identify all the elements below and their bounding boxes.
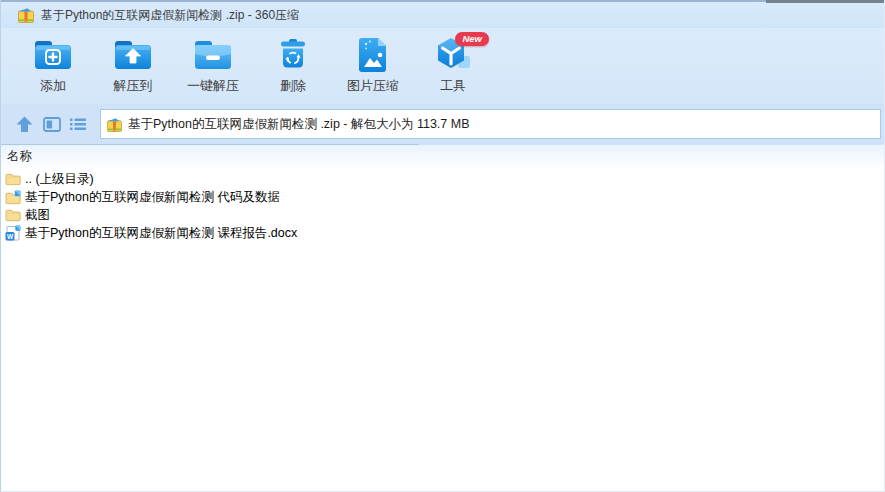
window-title: 基于Python的互联网虚假新闻检测 .zip - 360压缩 [41, 7, 299, 24]
file-row-report-docx[interactable]: W 基于Python的互联网虚假新闻检测 课程报告.docx [1, 224, 884, 242]
column-header-name[interactable]: 名称 [1, 144, 884, 168]
up-arrow-icon[interactable] [15, 116, 34, 133]
360zip-window: 基于Python的互联网虚假新闻检测 .zip - 360压缩 添加 [0, 0, 885, 492]
image-compress-button[interactable]: 图片压缩 [334, 31, 412, 99]
archive-app-icon [18, 7, 34, 23]
tools-button[interactable]: New 工具 [414, 31, 492, 99]
delete-button[interactable]: 删除 [254, 31, 332, 99]
list-view-icon[interactable] [70, 118, 86, 131]
column-header-label: 名称 [7, 148, 32, 165]
folder-icon [4, 172, 22, 186]
file-name: 截图 [25, 207, 50, 224]
file-row-parent-dir[interactable]: .. (上级目录) [1, 170, 884, 188]
one-click-extract-folder-icon [190, 31, 236, 78]
file-name: .. (上级目录) [25, 171, 94, 188]
delete-trash-icon [270, 31, 316, 78]
new-badge: New [455, 32, 489, 46]
toolbar-button-label: 图片压缩 [347, 78, 399, 93]
folder-icon [4, 208, 22, 222]
toolbar-button-label: 添加 [40, 78, 66, 93]
add-button[interactable]: 添加 [14, 31, 92, 99]
file-row-screenshots-folder[interactable]: 截图 [1, 206, 884, 224]
window-top-border [1, 0, 884, 2]
file-name: 基于Python的互联网虚假新闻检测 课程报告.docx [25, 225, 297, 242]
address-bar[interactable]: 基于Python的互联网虚假新闻检测 .zip - 解包大小为 113.7 MB [100, 109, 881, 139]
file-row-code-data-folder[interactable]: 基于Python的互联网虚假新闻检测 代码及数据 [1, 188, 884, 206]
address-text: 基于Python的互联网虚假新闻检测 .zip - 解包大小为 113.7 MB [128, 116, 470, 133]
toolbar: 添加 解压到 [1, 28, 884, 104]
preview-pane-icon[interactable] [43, 117, 61, 132]
titlebar[interactable]: 基于Python的互联网虚假新闻检测 .zip - 360压缩 [1, 2, 884, 28]
file-list: .. (上级目录) 基于Python的互联网虚假新闻检测 代码及数据 截图 [1, 168, 884, 242]
svg-text:W: W [7, 233, 14, 240]
toolbar-button-label: 删除 [280, 78, 306, 93]
word-docx-icon: W [4, 225, 22, 241]
extract-to-folder-icon [110, 31, 156, 78]
address-row: 基于Python的互联网虚假新闻检测 .zip - 解包大小为 113.7 MB [1, 104, 884, 144]
image-compress-icon [350, 31, 396, 78]
background-window-edge [766, 0, 884, 3]
toolbar-button-label: 工具 [440, 78, 466, 93]
folder-badge-icon [4, 190, 22, 205]
add-folder-icon [30, 31, 76, 78]
toolbar-button-label: 解压到 [114, 78, 153, 93]
extract-to-button[interactable]: 解压到 [94, 31, 172, 99]
toolbar-button-label: 一键解压 [187, 78, 239, 93]
archive-file-icon [107, 117, 122, 132]
file-name: 基于Python的互联网虚假新闻检测 代码及数据 [25, 189, 280, 206]
one-click-extract-button[interactable]: 一键解压 [174, 31, 252, 99]
